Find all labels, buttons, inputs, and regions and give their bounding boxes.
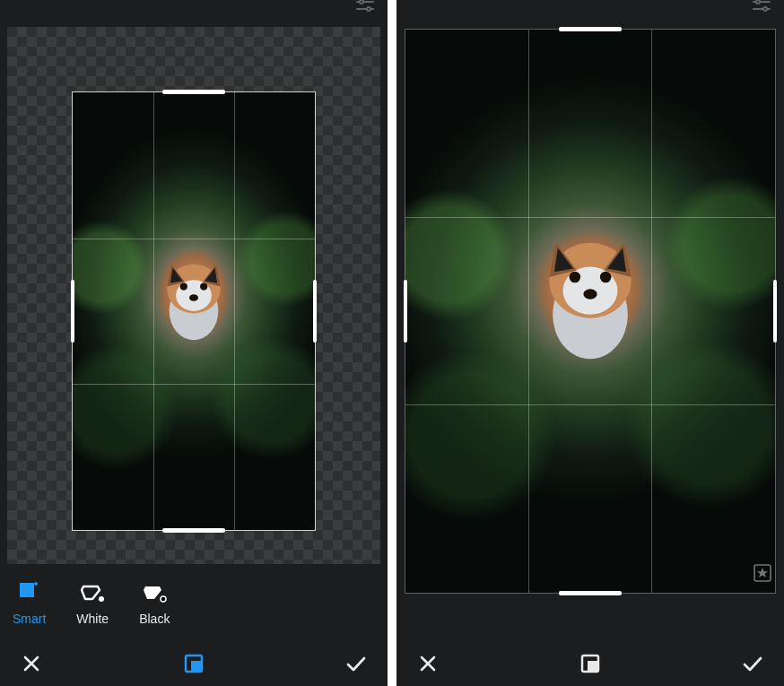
confirm-button[interactable] <box>341 648 371 679</box>
star-icon[interactable] <box>754 564 771 582</box>
crop-handle-top[interactable] <box>559 27 622 31</box>
svg-point-9 <box>360 0 363 4</box>
fill-option-label: Black <box>139 612 170 626</box>
bucket-white-icon <box>79 579 106 606</box>
cancel-button[interactable] <box>16 648 47 679</box>
fill-option-white[interactable]: White <box>76 579 109 626</box>
bottom-toolbar <box>0 641 388 686</box>
bottom-toolbar <box>396 641 784 686</box>
cancel-button[interactable] <box>413 648 443 679</box>
canvas-right[interactable] <box>396 7 784 641</box>
svg-rect-15 <box>191 661 202 672</box>
editor-pane-left: Smart White Black <box>0 0 388 686</box>
svg-marker-21 <box>757 568 768 577</box>
crop-handle-top[interactable] <box>162 90 225 94</box>
crop-handle-bottom[interactable] <box>559 591 622 595</box>
svg-point-11 <box>161 596 166 602</box>
fill-option-label: White <box>76 612 109 626</box>
sparkle-fill-icon <box>16 579 43 606</box>
crop-handle-bottom[interactable] <box>162 528 225 533</box>
crop-handle-left[interactable] <box>71 280 74 343</box>
crop-frame[interactable] <box>405 29 776 594</box>
editor-pane-right <box>396 0 784 686</box>
fill-option-label: Smart <box>13 612 46 626</box>
expand-tool-button[interactable] <box>179 648 209 679</box>
crop-frame[interactable] <box>72 91 316 531</box>
fill-option-black[interactable]: Black <box>139 579 170 626</box>
fill-mode-row: Smart White Black <box>0 564 388 641</box>
bucket-black-icon <box>141 579 168 606</box>
confirm-button[interactable] <box>737 648 768 679</box>
crop-handle-right[interactable] <box>313 280 317 343</box>
crop-handle-left[interactable] <box>404 280 407 343</box>
svg-point-18 <box>756 0 760 4</box>
svg-rect-25 <box>588 661 598 672</box>
expand-tool-button[interactable] <box>575 648 605 679</box>
canvas-left[interactable] <box>0 7 388 564</box>
crop-handle-right[interactable] <box>773 280 777 343</box>
fill-option-smart[interactable]: Smart <box>13 579 46 626</box>
